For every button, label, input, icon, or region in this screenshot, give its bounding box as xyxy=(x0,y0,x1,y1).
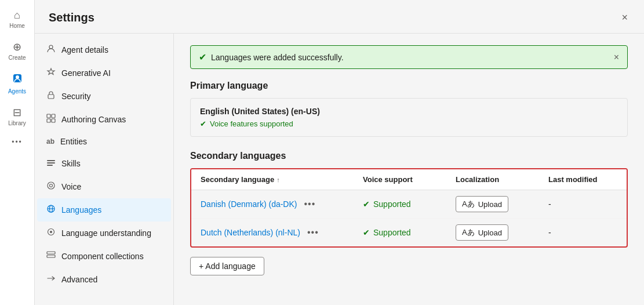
upload-icon-2: Aあ xyxy=(462,227,475,238)
sidebar-item-language-understanding[interactable]: Language understanding xyxy=(37,222,171,245)
svg-rect-6 xyxy=(47,119,50,122)
component-collections-icon xyxy=(46,250,56,262)
table-row: Dutch (Netherlands) (nl-NL) ••• ✔ Suppor… xyxy=(191,219,627,246)
voice-icon xyxy=(46,181,56,193)
danish-modified: - xyxy=(548,199,618,209)
agents-icon xyxy=(12,72,23,87)
banner-close-button[interactable]: × xyxy=(614,52,619,63)
agent-details-icon xyxy=(46,44,56,56)
sidebar-item-agent-details[interactable]: Agent details xyxy=(37,38,171,61)
generative-ai-icon xyxy=(46,67,56,79)
svg-rect-5 xyxy=(52,114,55,118)
danish-voice-cell: ✔ Supported xyxy=(363,199,456,209)
dutch-modified: - xyxy=(548,228,618,237)
nav-label-agents: Agents xyxy=(8,88,26,95)
voice-label: Voice features supported xyxy=(210,119,293,128)
language-understanding-icon xyxy=(46,227,56,239)
primary-language-box: English (United States) (en-US) ✔ Voice … xyxy=(190,98,628,137)
library-icon: ⊟ xyxy=(13,106,21,119)
home-icon: ⌂ xyxy=(14,9,20,21)
settings-close-button[interactable]: × xyxy=(619,9,630,26)
danish-language-link[interactable]: Danish (Denmark) (da-DK) xyxy=(201,199,297,209)
sidebar-label-language-understanding: Language understanding xyxy=(61,228,151,238)
dutch-options-button[interactable]: ••• xyxy=(305,226,321,239)
authoring-canvas-icon xyxy=(46,114,56,125)
nav-label-home: Home xyxy=(9,23,25,29)
sort-icon: ↑ xyxy=(276,176,280,183)
danish-upload-button[interactable]: Aあ Upload xyxy=(456,196,508,212)
sidebar-label-generative-ai: Generative AI xyxy=(61,68,111,78)
sidebar-item-languages[interactable]: Languages xyxy=(37,198,171,222)
lang-cell-dutch: Dutch (Netherlands) (nl-NL) ••• xyxy=(201,226,363,239)
svg-point-12 xyxy=(50,184,53,187)
svg-rect-4 xyxy=(47,114,50,118)
voice-supported-label: ✔ Voice features supported xyxy=(200,119,618,128)
lang-cell-danish: Danish (Denmark) (da-DK) ••• xyxy=(201,198,363,210)
sidebar-label-security: Security xyxy=(61,92,91,101)
sidebar-label-component-collections: Component collections xyxy=(61,252,144,261)
create-icon: ⊕ xyxy=(13,41,21,53)
nav-item-library[interactable]: ⊟ Library xyxy=(2,101,32,131)
svg-point-11 xyxy=(48,182,54,189)
voice-check-icon: ✔ xyxy=(200,119,206,128)
svg-rect-8 xyxy=(47,160,55,161)
dutch-language-link[interactable]: Dutch (Netherlands) (nl-NL) xyxy=(201,228,300,237)
sidebar-item-skills[interactable]: Skills xyxy=(37,152,171,175)
entities-icon: ab xyxy=(46,137,54,146)
success-message: Languages were added successfully. xyxy=(211,53,344,62)
secondary-languages-table: Secondary language ↑ Voice support Local… xyxy=(190,168,628,248)
secondary-languages-title: Secondary languages xyxy=(190,151,628,161)
svg-rect-19 xyxy=(47,255,55,257)
settings-window: Settings × Agent details Generative AI xyxy=(35,0,644,305)
primary-language-name: English (United States) (en-US) xyxy=(200,107,618,116)
nav-label-create: Create xyxy=(8,55,26,61)
sidebar-label-entities: Entities xyxy=(60,137,87,146)
table-row: Danish (Denmark) (da-DK) ••• ✔ Supported… xyxy=(191,190,627,219)
languages-icon xyxy=(46,204,56,216)
sidebar-label-skills: Skills xyxy=(61,159,81,168)
content-area: ✔ Languages were added successfully. × P… xyxy=(174,34,644,305)
settings-sidebar: Agent details Generative AI Security Aut… xyxy=(35,34,174,305)
dutch-voice-label: Supported xyxy=(373,228,411,237)
more-icon: ••• xyxy=(12,138,23,146)
svg-rect-9 xyxy=(47,162,55,164)
settings-title: Settings xyxy=(49,11,94,24)
add-language-button[interactable]: + Add language xyxy=(190,257,264,275)
sidebar-item-authoring-canvas[interactable]: Authoring Canvas xyxy=(37,108,171,131)
sidebar-item-advanced[interactable]: Advanced xyxy=(37,268,171,291)
header-localization: Localization xyxy=(456,175,548,184)
svg-point-2 xyxy=(49,45,53,49)
header-last-modified: Last modified xyxy=(548,175,618,184)
svg-point-17 xyxy=(50,231,52,233)
svg-rect-18 xyxy=(47,252,55,254)
table-header: Secondary language ↑ Voice support Local… xyxy=(191,169,627,190)
settings-container: Agent details Generative AI Security Aut… xyxy=(35,34,644,305)
danish-options-button[interactable]: ••• xyxy=(301,198,318,210)
nav-item-agents[interactable]: Agents xyxy=(2,68,32,99)
sidebar-item-generative-ai[interactable]: Generative AI xyxy=(37,61,171,85)
primary-language-title: Primary language xyxy=(190,81,628,91)
nav-item-create[interactable]: ⊕ Create xyxy=(2,36,32,66)
sidebar-item-entities[interactable]: ab Entities xyxy=(37,131,171,152)
svg-point-1 xyxy=(16,75,19,79)
nav-label-library: Library xyxy=(8,120,26,126)
header-language: Secondary language ↑ xyxy=(201,175,363,184)
success-banner-left: ✔ Languages were added successfully. xyxy=(199,52,344,63)
nav-item-home[interactable]: ⌂ Home xyxy=(2,5,32,34)
dutch-voice-cell: ✔ Supported xyxy=(363,228,456,237)
dutch-upload-button[interactable]: Aあ Upload xyxy=(456,224,508,241)
sidebar-item-voice[interactable]: Voice xyxy=(37,175,171,198)
upload-icon: Aあ xyxy=(462,199,475,209)
sidebar-item-security[interactable]: Security xyxy=(37,85,171,108)
settings-header: Settings × xyxy=(35,0,644,34)
sidebar-item-component-collections[interactable]: Component collections xyxy=(37,245,171,268)
nav-bar: ⌂ Home ⊕ Create Agents ⊟ Library ••• xyxy=(0,0,35,305)
dutch-localization-cell: Aあ Upload xyxy=(456,224,548,241)
svg-rect-10 xyxy=(47,165,53,166)
nav-item-more[interactable]: ••• xyxy=(2,133,32,151)
svg-rect-7 xyxy=(52,119,55,122)
dutch-voice-icon: ✔ xyxy=(363,228,370,237)
security-icon xyxy=(46,90,56,102)
success-banner: ✔ Languages were added successfully. × xyxy=(190,45,628,69)
advanced-icon xyxy=(46,274,56,285)
